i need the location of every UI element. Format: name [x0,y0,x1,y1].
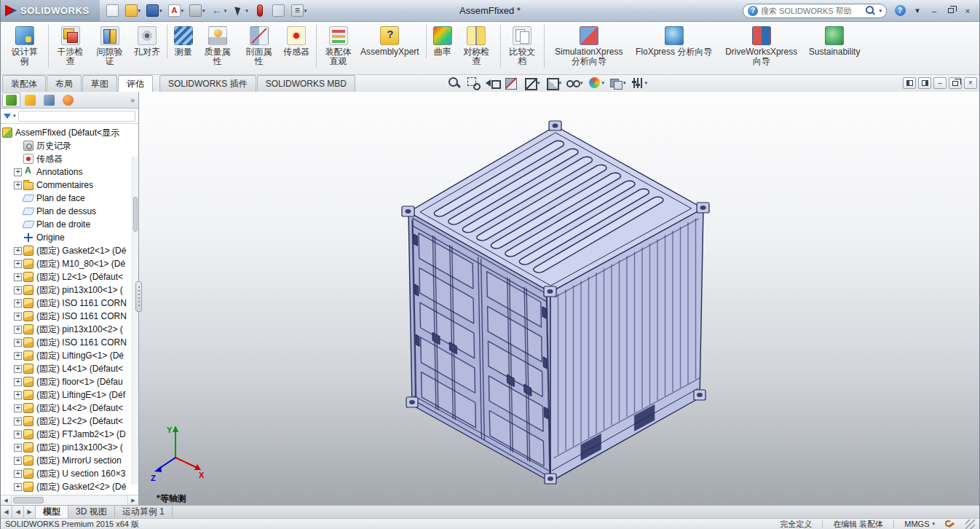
expand-icon[interactable] [14,483,22,491]
unit-system[interactable]: MMGS [904,520,929,528]
tree-item[interactable]: (固定) ISO 1161 CORN [2,310,138,323]
tree-item[interactable]: Annotations [2,165,138,179]
ribbon-button[interactable]: 孔对齐 [131,25,163,58]
help-dropdown-icon[interactable]: ▾ [910,4,925,17]
view-tool-button[interactable]: ▾ [631,77,648,90]
tree-item[interactable]: (固定) L4<1> (Défaut< [2,362,138,375]
dropdown-arrow-icon[interactable]: ▾ [602,80,605,86]
ribbon-button[interactable]: AssemblyXpert [357,25,422,58]
tree-item[interactable]: (固定) L2<1> (Défaut< [2,270,138,283]
tree-item[interactable]: (固定) LiftingE<1> (Déf [2,388,138,401]
scroll-right-button[interactable]: ▶ [127,495,138,505]
expand-icon[interactable] [14,352,22,360]
ribbon-button[interactable]: 剖面属性 [239,25,279,68]
ribbon-button[interactable]: 比较文档 [500,25,540,68]
tree-item[interactable]: (固定) pin13x100<2> ( [2,323,138,336]
expand-icon[interactable] [14,247,22,255]
graphics-area[interactable]: Y X Z *等轴测 [139,92,979,505]
dropdown-arrow-icon[interactable]: ▾ [159,8,162,14]
toolbar-button[interactable] [104,3,122,19]
filter-funnel-icon[interactable] [4,114,11,119]
view-tool-button[interactable]: ▾ [545,77,562,90]
dropdown-arrow-icon[interactable]: ▾ [580,80,583,86]
command-tab[interactable]: SOLIDWORKS 插件 [159,75,256,92]
ribbon-button[interactable]: FloXpress 分析向导 [631,25,717,58]
ribbon-button[interactable]: SimulationXpress 分析向导 [544,25,630,68]
tree-item[interactable]: (固定) ISO 1161 CORN [2,297,138,310]
ribbon-button[interactable]: 间隙验证 [90,25,130,68]
tree-item[interactable]: (固定) ISO 1161 CORN [2,336,138,349]
toolbar-button[interactable]: ▾ [230,3,250,19]
expand-icon[interactable] [14,313,22,321]
tree-item[interactable]: Commentaires [2,179,138,192]
expand-icon[interactable] [14,339,22,347]
pane-right-button[interactable] [918,77,931,89]
expand-icon[interactable] [14,431,22,439]
tree-item[interactable]: (固定) floor<1> (Défau [2,375,138,388]
tree-item[interactable]: Origine [2,231,138,244]
expand-icon[interactable] [14,418,22,426]
view-tool-button[interactable] [467,77,481,90]
panel-tab[interactable] [40,93,58,107]
command-tab[interactable]: 草图 [82,75,117,92]
tree-item[interactable]: 传感器 [2,152,138,165]
help-search-box[interactable]: ? ▾ [743,4,887,18]
toolbar-button[interactable]: ▾ [289,3,309,19]
dropdown-arrow-icon[interactable]: ▾ [224,8,227,14]
view-tool-button[interactable] [505,77,518,90]
command-tab[interactable]: 装配体 [2,75,46,92]
resize-grip[interactable] [965,520,975,529]
expand-icon[interactable] [14,286,22,294]
tree-item[interactable]: (固定) FTJamb2<1> (D [2,428,138,441]
minimize-button[interactable]: – [927,4,941,17]
panel-tab[interactable] [21,93,39,107]
unit-dropdown-icon[interactable]: ▾ [932,521,935,527]
toolbar-button[interactable]: ▾ [166,3,186,19]
customize-wrench-icon[interactable] [945,519,955,529]
expand-icon[interactable] [14,326,22,334]
tree-horizontal-scrollbar[interactable]: ◀ ▶ [1,495,138,505]
tree-item[interactable]: Plan de dessus [2,205,138,218]
ribbon-button[interactable]: 质量属性 [197,25,237,68]
dropdown-arrow-icon[interactable]: ▾ [304,8,307,14]
toolbar-button[interactable]: ▾ [209,3,229,19]
tree-vertical-scrollbar[interactable] [132,157,138,485]
tree-item[interactable]: (固定) MirrorU section [2,454,138,467]
toolbar-button[interactable]: ▾ [123,3,143,19]
search-icon[interactable] [866,6,875,15]
tree-item[interactable]: (固定) Gasket2<1> (Dé [2,244,138,257]
tree-item[interactable]: (固定) Gasket2<2> (Dé [2,480,138,493]
expand-icon[interactable] [14,404,22,412]
close-button[interactable]: × [960,4,975,17]
tree-item[interactable]: (固定) M10_80<1> (Dé [2,257,138,270]
tab-scroll-right-button[interactable]: ▶ [24,506,36,518]
expand-icon[interactable] [14,470,22,478]
ribbon-button[interactable]: 干涉检查 [48,25,88,68]
view-tool-button[interactable]: ▾ [566,77,583,90]
tree-item[interactable]: Plan de face [2,192,138,205]
toolbar-button[interactable] [252,3,269,19]
doc-restore-button[interactable] [949,77,962,89]
command-tab[interactable]: 布局 [47,75,82,92]
tree-item[interactable]: (固定) L4<2> (Défaut< [2,401,138,415]
toolbar-button[interactable] [270,3,288,19]
doc-minimize-button[interactable]: – [933,77,947,89]
document-tab[interactable]: 运动算例 1 [115,506,173,518]
ribbon-button[interactable]: 传感器 [280,25,312,58]
ribbon-button[interactable]: 曲率 [426,25,455,58]
command-tab[interactable]: SOLIDWORKS MBD [257,75,355,92]
document-tab[interactable]: 3D 视图 [68,506,115,518]
toolbar-button[interactable]: ▾ [187,3,208,19]
tree-item[interactable]: (固定) U section 160×3 [2,467,138,480]
dropdown-arrow-icon[interactable]: ▾ [181,8,184,14]
tree-item[interactable]: (固定) pin13x100<1> ( [2,283,138,297]
tab-scroll-left-button[interactable]: ◀ [12,506,24,518]
expand-icon[interactable] [14,299,22,307]
view-tool-button[interactable]: ▾ [609,77,626,90]
scrollbar-thumb[interactable] [13,497,44,503]
view-tool-button[interactable]: ▾ [588,77,605,90]
search-input[interactable] [761,7,863,15]
ribbon-button[interactable]: 装配体直观 [316,25,356,68]
doc-close-button[interactable]: × [964,77,977,89]
ribbon-button[interactable]: 对称检查 [457,25,497,68]
